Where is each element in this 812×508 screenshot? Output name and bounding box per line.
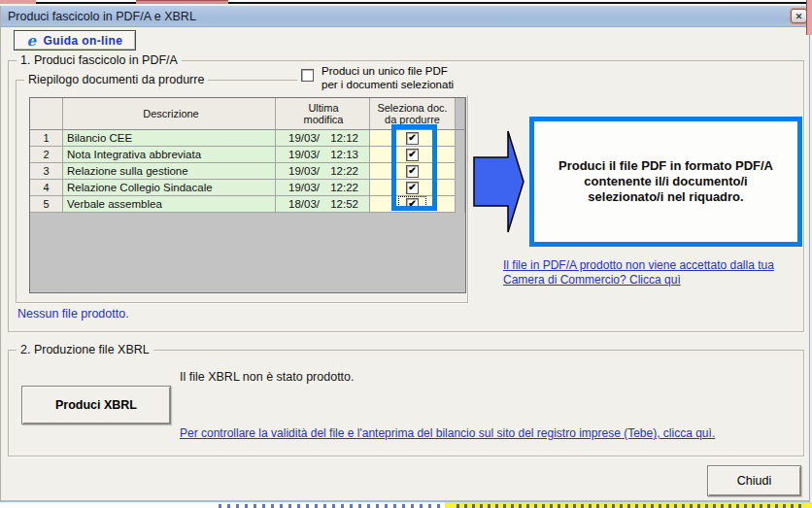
time-value: 12:52	[330, 198, 358, 210]
row-checkbox-checked[interactable]: ✔	[406, 182, 419, 194]
row-filler	[456, 163, 465, 180]
help-online-button[interactable]: e Guida on-line	[14, 30, 136, 51]
xbrl-status-text: Il file XBRL non è stato prodotto.	[180, 370, 355, 384]
table-row[interactable]: 1 Bilancio CEE 19/03/ 12:12 ✔	[30, 130, 465, 147]
time-value: 12:13	[330, 149, 358, 160]
table-row[interactable]: 3 Relazione sulla gestione 19/03/ 12:22 …	[30, 163, 465, 180]
header-seleziona-line1: Seleziona doc.	[377, 102, 447, 114]
time-value: 12:12	[330, 132, 358, 144]
row-checkbox-checked[interactable]: ✔	[406, 149, 419, 161]
background-window-edge-bottom	[0, 502, 812, 508]
description-cell[interactable]: Verbale assemblea	[63, 196, 276, 213]
header-seleziona-line2: da produrre	[385, 114, 440, 125]
background-pink-segment	[0, 0, 36, 4]
internet-explorer-icon: e	[27, 34, 37, 48]
screen: Produci fascicolo in PDF/A e XBRL ✕ e Gu…	[0, 0, 812, 508]
last-modified-cell[interactable]: 19/03/ 12:22	[276, 180, 370, 196]
help-online-label: Guida on-line	[44, 34, 123, 48]
select-cell[interactable]: ✔	[370, 130, 456, 147]
date-value: 18/03/	[288, 198, 320, 210]
description-cell[interactable]: Relazione Collegio Sindacale	[63, 180, 276, 196]
table-header-row: Descrizione Ultima modifica Seleziona do…	[30, 98, 465, 130]
header-descrizione: Descrizione	[63, 98, 276, 130]
background-text-sliver	[457, 504, 806, 508]
description-cell[interactable]: Bilancio CEE	[63, 130, 276, 147]
row-filler	[456, 130, 465, 147]
description-cell[interactable]: Nota Integrativa abbreviata	[63, 147, 276, 163]
table-row[interactable]: 2 Nota Integrativa abbreviata 19/03/ 12:…	[30, 147, 465, 163]
row-number-cell[interactable]: 2	[30, 147, 63, 163]
background-pink-segment	[136, 0, 228, 4]
unique-pdf-checkbox-label: Produci un unico file PDF per i document…	[321, 62, 454, 95]
arrow-right-icon	[473, 128, 525, 235]
check-icon: ✔	[408, 166, 416, 176]
title-bar: Produci fascicolo in PDF/A e XBRL	[0, 6, 810, 27]
last-modified-cell[interactable]: 19/03/ 12:22	[276, 163, 370, 180]
check-icon: ✔	[408, 150, 416, 159]
background-window-edge-right	[806, 0, 812, 35]
row-number-cell[interactable]: 1	[30, 130, 63, 147]
check-icon: ✔	[408, 199, 416, 209]
check-icon: ✔	[408, 183, 416, 192]
row-filler	[456, 147, 465, 163]
unique-pdf-label-line2: per i documenti selezionati	[321, 78, 454, 91]
date-value: 19/03/	[288, 165, 320, 177]
table-empty-area	[30, 213, 465, 292]
last-modified-cell[interactable]: 18/03/ 12:52	[276, 196, 370, 213]
header-row-number	[30, 98, 63, 130]
close-button[interactable]: ✕	[791, 9, 807, 23]
riepilogo-legend: Riepilogo documenti da produrre	[24, 73, 208, 87]
table-row[interactable]: 5 Verbale assemblea 18/03/ 12:52 ✔	[30, 196, 465, 213]
row-checkbox-checked[interactable]: ✔	[406, 165, 419, 178]
header-ultima-modifica: Ultima modifica	[276, 98, 370, 130]
select-cell[interactable]: ✔	[370, 180, 456, 196]
pdf-status-text: Nessun file prodotto.	[17, 307, 129, 321]
check-icon: ✔	[408, 133, 416, 143]
row-filler	[456, 180, 465, 196]
documents-table: Descrizione Ultima modifica Seleziona do…	[29, 97, 466, 293]
header-seleziona: Seleziona doc. da produrre	[370, 98, 456, 130]
row-number-cell[interactable]: 4	[30, 180, 63, 196]
close-icon: ✕	[795, 12, 803, 21]
unique-pdf-checkbox[interactable]: Produci un unico file PDF per i document…	[297, 62, 530, 95]
select-cell[interactable]: ✔	[370, 163, 456, 180]
last-modified-cell[interactable]: 19/03/ 12:12	[276, 130, 370, 147]
header-filler	[456, 98, 465, 130]
time-value: 12:22	[330, 182, 358, 193]
date-value: 19/03/	[288, 149, 320, 160]
time-value: 12:22	[330, 165, 358, 177]
row-number-cell[interactable]: 5	[30, 196, 63, 213]
tebe-validation-link[interactable]: Per controllare la validità del file e l…	[180, 426, 715, 440]
last-modified-cell[interactable]: 19/03/ 12:13	[276, 147, 370, 163]
unique-pdf-label-line1: Produci un unico file PDF	[321, 64, 454, 78]
window-title: Produci fascicolo in PDF/A e XBRL	[8, 10, 196, 23]
checkbox-icon[interactable]	[301, 69, 314, 82]
row-number-cell[interactable]: 3	[30, 163, 63, 180]
background-window-edge-top	[0, 0, 812, 4]
section2-legend: 2. Produzione file XBRL	[17, 343, 153, 357]
close-dialog-button[interactable]: Chiudi	[707, 465, 801, 496]
select-cell[interactable]: ✔	[370, 196, 456, 213]
row-checkbox-checked[interactable]: ✔	[406, 132, 419, 145]
produce-xbrl-button[interactable]: Produci XBRL	[21, 386, 171, 424]
background-text-sliver	[219, 504, 442, 508]
focus-outline: ✔	[398, 196, 426, 213]
camera-commercio-link[interactable]: Il file in PDF/A prodotto non viene acce…	[503, 258, 810, 288]
date-value: 19/03/	[288, 182, 320, 193]
table-row[interactable]: 4 Relazione Collegio Sindacale 19/03/ 12…	[30, 180, 465, 196]
date-value: 19/03/	[288, 132, 320, 144]
produce-pdf-button[interactable]: Produci il file PDF in formato PDF/A con…	[529, 117, 802, 247]
select-cell[interactable]: ✔	[370, 147, 456, 163]
section1-legend: 1. Produci fascicolo in PDF/A	[17, 53, 182, 68]
row-filler	[456, 196, 465, 213]
row-checkbox-checked[interactable]: ✔	[406, 198, 419, 211]
description-cell[interactable]: Relazione sulla gestione	[63, 163, 276, 180]
